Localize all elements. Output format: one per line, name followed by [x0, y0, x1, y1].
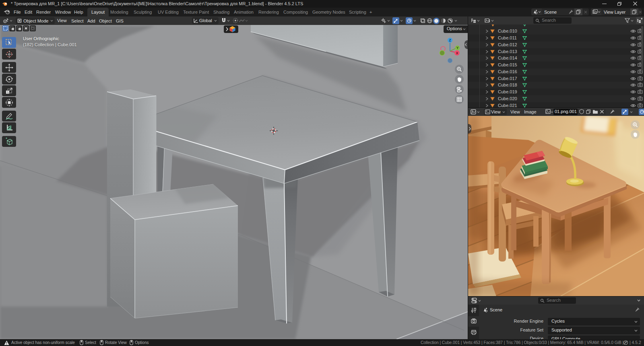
svg-text:Y: Y [456, 46, 459, 50]
svg-text:Z: Z [449, 38, 451, 42]
svg-text:X: X [456, 51, 458, 55]
